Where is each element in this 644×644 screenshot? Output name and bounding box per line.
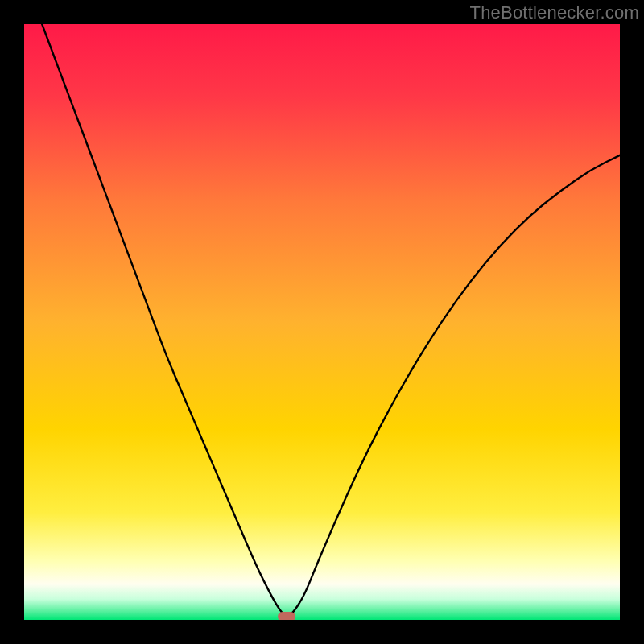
chart-frame: TheBottlenecker.com	[0, 0, 644, 644]
valley-marker	[278, 612, 295, 620]
plot-area	[24, 24, 620, 620]
chart-svg	[24, 24, 620, 620]
watermark-text: TheBottlenecker.com	[470, 2, 639, 23]
gradient-background	[24, 24, 620, 620]
